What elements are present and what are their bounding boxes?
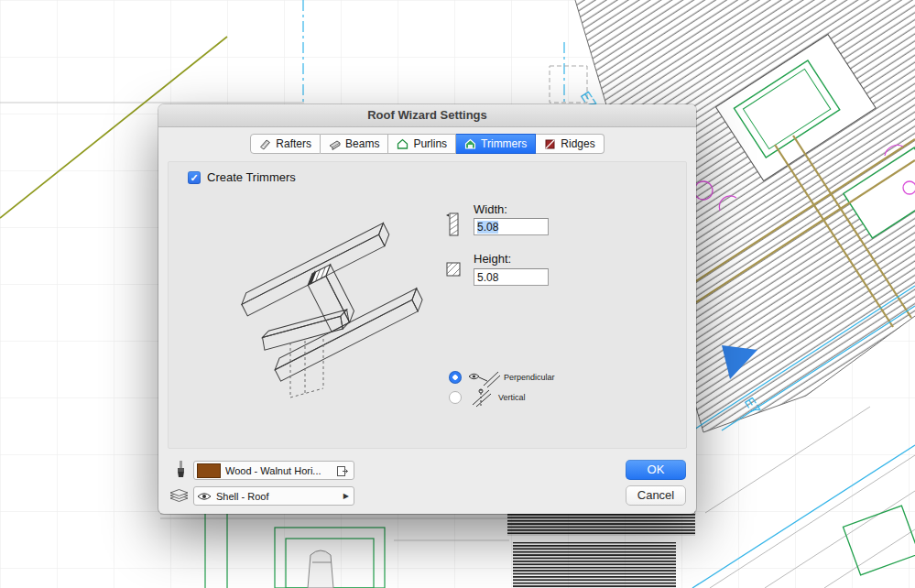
tab-label: Beams	[345, 137, 379, 150]
tab-label: Ridges	[561, 137, 594, 150]
tab-purlins[interactable]: Purlins	[388, 134, 456, 154]
ridges-icon	[544, 138, 556, 150]
tab-bar: Rafters Beams Purlins Tri	[158, 134, 696, 154]
width-input[interactable]: 5.08	[474, 218, 549, 235]
vertical-option: Vertical	[449, 387, 526, 408]
create-trimmers-label: Create Trimmers	[207, 170, 296, 184]
fixture-symbol	[308, 550, 333, 588]
material-picker[interactable]: Wood - Walnut Hori...	[193, 461, 354, 480]
material-transfer-icon	[336, 464, 349, 477]
height-input[interactable]: 5.08	[474, 268, 549, 286]
tab-ridges[interactable]: Ridges	[536, 134, 604, 154]
paintbrush-icon	[174, 460, 188, 479]
vertical-label: Vertical	[498, 393, 526, 402]
purlins-icon	[397, 138, 408, 150]
dialog-titlebar[interactable]: Roof Wizard Settings	[158, 104, 696, 127]
layer-name: Shell - Roof	[216, 491, 339, 502]
create-trimmers-row: ✓ Create Trimmers	[188, 170, 296, 184]
dialog-title: Roof Wizard Settings	[367, 108, 487, 122]
vertical-radio[interactable]	[449, 391, 462, 404]
layer-picker[interactable]: Shell - Roof ▶	[193, 486, 354, 506]
trimmer-preview-drawing	[206, 185, 444, 423]
tab-label: Trimmers	[481, 137, 527, 150]
layer-arrow-icon: ▶	[343, 492, 349, 500]
material-name: Wood - Walnut Hori...	[225, 465, 332, 476]
cad-canvas: E7 E7 Roof Wizard	[0, 0, 915, 588]
vertical-icon	[467, 387, 495, 408]
layers-icon	[169, 488, 190, 504]
create-trimmers-checkbox[interactable]: ✓	[188, 171, 201, 184]
height-label: Height:	[474, 252, 511, 266]
height-section-icon	[444, 260, 463, 278]
tab-beams[interactable]: Beams	[321, 134, 388, 154]
tab-label: Rafters	[276, 137, 311, 150]
tab-trimmers[interactable]: Trimmers	[456, 134, 536, 154]
ok-button[interactable]: OK	[626, 460, 686, 480]
width-label: Width:	[474, 202, 507, 216]
width-section-icon	[445, 211, 462, 238]
height-value: 5.08	[477, 271, 498, 284]
material-swatch	[197, 463, 221, 478]
trimmers-icon	[464, 138, 476, 150]
perpendicular-option: Perpendicular	[449, 366, 555, 388]
width-value: 5.08	[477, 221, 498, 234]
checkmark-icon: ✓	[190, 172, 198, 183]
tab-label: Purlins	[413, 137, 447, 150]
cancel-button[interactable]: Cancel	[626, 485, 686, 506]
perpendicular-radio[interactable]	[449, 371, 462, 384]
roof-wizard-dialog: Roof Wizard Settings Rafters Beams	[158, 104, 696, 514]
beams-icon	[329, 138, 341, 150]
perpendicular-label: Perpendicular	[504, 373, 555, 382]
tab-rafters[interactable]: Rafters	[250, 134, 321, 154]
joist-band-lower	[513, 542, 676, 588]
perpendicular-icon	[467, 366, 500, 388]
rafters-icon	[259, 138, 271, 150]
eye-icon	[197, 492, 212, 501]
